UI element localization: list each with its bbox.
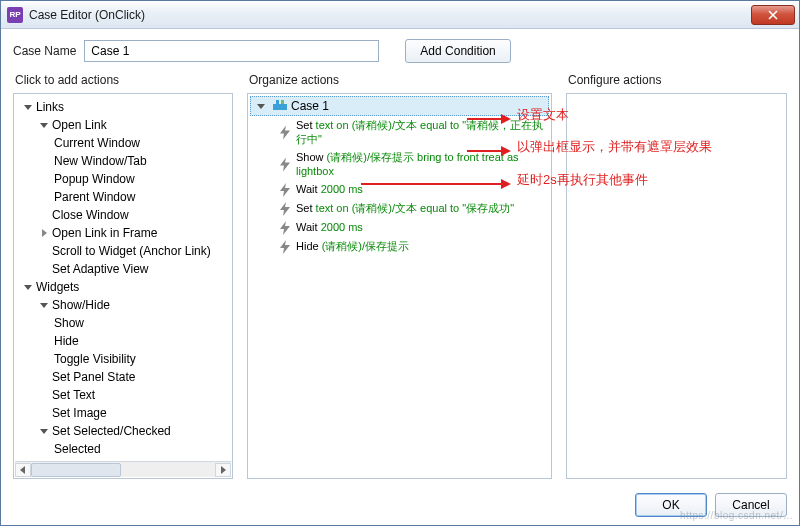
annotation-set-text: 设置文本: [517, 106, 569, 124]
organize-header: Organize actions: [247, 71, 552, 93]
case-editor-window: RP Case Editor (OnClick) Case Name Add C…: [0, 0, 800, 526]
tree-widgets[interactable]: Widgets: [16, 278, 230, 296]
bolt-icon: [280, 221, 290, 235]
case-name-row: Case Name Add Condition: [1, 29, 799, 71]
collapse-icon: [38, 227, 50, 239]
case-label: Case 1: [291, 99, 329, 113]
expand-icon: [22, 101, 34, 113]
expand-icon: [255, 100, 267, 112]
case-name-input[interactable]: [84, 40, 379, 62]
app-icon: RP: [7, 7, 23, 23]
configure-column: Configure actions: [566, 71, 787, 479]
case-icon: [273, 100, 287, 112]
footer: OK Cancel: [1, 485, 799, 525]
h-scrollbar[interactable]: [15, 461, 231, 477]
bolt-icon: [280, 240, 290, 254]
organize-column: Organize actions Case 1 Set text on (请稍候…: [247, 71, 552, 479]
annotation-show-lightbox: 以弹出框显示，并带有遮罩层效果: [517, 138, 712, 156]
tree-selected[interactable]: Selected: [16, 440, 230, 458]
actions-header: Click to add actions: [13, 71, 233, 93]
tree-scroll-to-widget[interactable]: Scroll to Widget (Anchor Link): [16, 242, 230, 260]
tree-set-image[interactable]: Set Image: [16, 404, 230, 422]
columns: Click to add actions Links Open Link Cur…: [1, 71, 799, 485]
bolt-icon: [280, 202, 290, 216]
svg-rect-2: [281, 100, 284, 104]
tree-open-link[interactable]: Open Link: [16, 116, 230, 134]
arrow-icon: [361, 179, 511, 189]
add-condition-button[interactable]: Add Condition: [405, 39, 510, 63]
tree-hide[interactable]: Hide: [16, 332, 230, 350]
action-set-text-2[interactable]: Set text on (请稍候)/文本 equal to "保存成功": [250, 199, 549, 218]
arrow-icon: [467, 114, 511, 124]
window-title: Case Editor (OnClick): [29, 8, 751, 22]
actions-column: Click to add actions Links Open Link Cur…: [13, 71, 233, 479]
tree-show[interactable]: Show: [16, 314, 230, 332]
tree-show-hide[interactable]: Show/Hide: [16, 296, 230, 314]
svg-rect-0: [273, 104, 287, 110]
tree-set-text[interactable]: Set Text: [16, 386, 230, 404]
bolt-icon: [280, 183, 290, 197]
tree-toggle-visibility[interactable]: Toggle Visibility: [16, 350, 230, 368]
ok-button[interactable]: OK: [635, 493, 707, 517]
arrow-icon: [467, 146, 511, 156]
scroll-thumb[interactable]: [31, 463, 121, 477]
tree-set-selected-checked[interactable]: Set Selected/Checked: [16, 422, 230, 440]
tree-close-window[interactable]: Close Window: [16, 206, 230, 224]
case-row[interactable]: Case 1: [250, 96, 549, 116]
tree-set-panel-state[interactable]: Set Panel State: [16, 368, 230, 386]
svg-rect-1: [276, 100, 279, 104]
close-button[interactable]: [751, 5, 795, 25]
close-icon: [768, 10, 778, 20]
action-hide[interactable]: Hide (请稍候)/保存提示: [250, 237, 549, 256]
expand-icon: [38, 299, 50, 311]
scroll-right-icon[interactable]: [215, 463, 231, 477]
cancel-button[interactable]: Cancel: [715, 493, 787, 517]
tree-new-window-tab[interactable]: New Window/Tab: [16, 152, 230, 170]
case-name-label: Case Name: [13, 44, 76, 58]
actions-panel[interactable]: Links Open Link Current Window New Windo…: [13, 93, 233, 479]
titlebar[interactable]: RP Case Editor (OnClick): [1, 1, 799, 29]
configure-header: Configure actions: [566, 71, 787, 93]
scroll-left-icon[interactable]: [15, 463, 31, 477]
tree-open-link-in-frame[interactable]: Open Link in Frame: [16, 224, 230, 242]
annotation-wait: 延时2s再执行其他事件: [517, 171, 648, 189]
expand-icon: [38, 119, 50, 131]
tree-current-window[interactable]: Current Window: [16, 134, 230, 152]
tree-set-adaptive-view[interactable]: Set Adaptive View: [16, 260, 230, 278]
action-wait-2[interactable]: Wait 2000 ms: [250, 218, 549, 237]
bolt-icon: [280, 119, 290, 146]
tree-links[interactable]: Links: [16, 98, 230, 116]
bolt-icon: [280, 151, 290, 178]
tree-popup-window[interactable]: Popup Window: [16, 170, 230, 188]
expand-icon: [38, 425, 50, 437]
expand-icon: [22, 281, 34, 293]
tree-parent-window[interactable]: Parent Window: [16, 188, 230, 206]
